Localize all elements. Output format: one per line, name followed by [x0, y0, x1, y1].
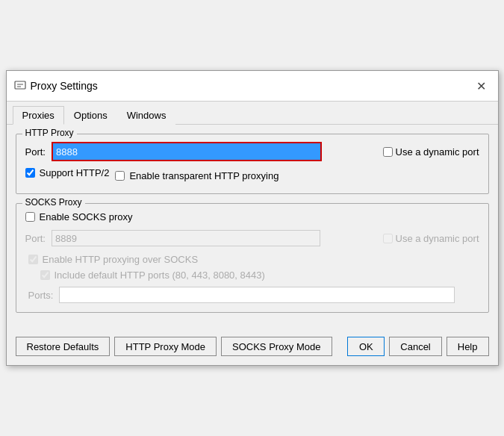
socks-proxy-mode-button[interactable]: SOCKS Proxy Mode: [221, 337, 332, 356]
cancel-button[interactable]: Cancel: [389, 337, 441, 356]
http-port-field-wrap: [52, 142, 322, 161]
tab-proxies[interactable]: Proxies: [13, 106, 64, 125]
ok-button[interactable]: OK: [347, 337, 385, 356]
http-transparent-label: Enable transparent HTTP proxying: [129, 170, 279, 181]
socks-ports-row: Ports:: [25, 287, 479, 303]
http-dynamic-port-label: Use a dynamic port: [396, 146, 479, 158]
socks-http-over-socks-row: Enable HTTP proxying over SOCKS: [25, 254, 479, 265]
title-bar-left: Proxy Settings: [14, 79, 98, 93]
socks-include-default-ports-checkbox[interactable]: [40, 270, 50, 280]
title-bar: Proxy Settings ✕: [7, 71, 498, 102]
http-port-input[interactable]: [53, 143, 320, 160]
http-support-http2-checkbox[interactable]: [25, 168, 35, 178]
socks-proxy-group-label: SOCKS Proxy: [22, 197, 85, 208]
http-proxy-group-label: HTTP Proxy: [22, 128, 77, 138]
socks-enable-row: Enable SOCKS proxy: [25, 211, 479, 222]
left-buttons: Restore Defaults HTTP Proxy Mode SOCKS P…: [16, 337, 332, 356]
bottom-buttons-area: Restore Defaults HTTP Proxy Mode SOCKS P…: [7, 331, 498, 365]
dialog-title: Proxy Settings: [31, 80, 98, 92]
http-dynamic-port-group: Use a dynamic port: [383, 146, 479, 158]
socks-enable-label: Enable SOCKS proxy: [40, 211, 133, 222]
socks-dynamic-port-group: Use a dynamic port: [383, 233, 479, 244]
http-transparent-row: Enable transparent HTTP proxying: [115, 170, 279, 181]
http-transparent-checkbox[interactable]: [115, 171, 125, 181]
socks-port-input[interactable]: [52, 230, 320, 246]
socks-port-row: Port: Use a dynamic port: [25, 230, 479, 246]
http-proxy-mode-button[interactable]: HTTP Proxy Mode: [114, 337, 217, 356]
socks-include-default-ports-label: Include default HTTP ports (80, 443, 808…: [55, 270, 265, 281]
socks-ports-label: Ports:: [25, 290, 54, 301]
socks-default-ports-row: Include default HTTP ports (80, 443, 808…: [25, 270, 479, 281]
http-port-label: Port:: [25, 146, 46, 158]
socks-ports-input[interactable]: [59, 287, 455, 303]
svg-rect-0: [15, 81, 25, 89]
socks-dynamic-port-checkbox[interactable]: [383, 234, 393, 243]
http-support-http2-row: Support HTTP/2: [25, 167, 110, 178]
tab-windows[interactable]: Windows: [117, 106, 176, 125]
proxy-settings-dialog: Proxy Settings ✕ Proxies Options Windows…: [6, 70, 499, 366]
http-proxy-port-row: Port: Use a dynamic port: [25, 142, 479, 161]
restore-defaults-button[interactable]: Restore Defaults: [16, 337, 111, 356]
right-buttons: OK Cancel Help: [347, 337, 488, 356]
socks-enable-checkbox[interactable]: [25, 212, 35, 222]
help-button[interactable]: Help: [447, 337, 489, 356]
close-button[interactable]: ✕: [473, 77, 491, 95]
socks-dynamic-port-label: Use a dynamic port: [396, 233, 479, 244]
tab-content: HTTP Proxy Port: Use a dynamic port Supp…: [7, 125, 498, 331]
http-dynamic-port-checkbox[interactable]: [383, 147, 393, 157]
dialog-icon: [14, 79, 26, 93]
socks-http-over-socks-checkbox[interactable]: [28, 255, 38, 264]
tab-options[interactable]: Options: [64, 106, 117, 125]
http-options-row: Support HTTP/2 Enable transparent HTTP p…: [25, 167, 479, 184]
tab-bar: Proxies Options Windows: [7, 102, 498, 125]
socks-port-label: Port:: [25, 233, 46, 244]
socks-proxy-group: SOCKS Proxy Enable SOCKS proxy Port: Use…: [16, 203, 489, 313]
socks-http-over-socks-label: Enable HTTP proxying over SOCKS: [43, 254, 199, 265]
http-proxy-group: HTTP Proxy Port: Use a dynamic port Supp…: [16, 134, 489, 194]
http-support-http2-label: Support HTTP/2: [40, 167, 110, 178]
